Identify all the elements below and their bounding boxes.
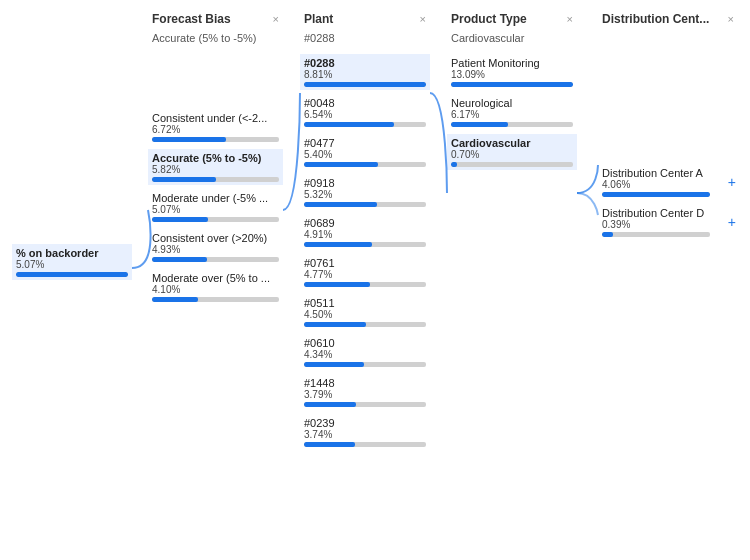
product-item-2-label: Cardiovascular — [451, 137, 573, 149]
forecast-close-icon[interactable]: × — [273, 13, 279, 25]
forecast-title: Forecast Bias — [152, 12, 231, 26]
forecast-bar-fill-0 — [152, 137, 226, 142]
plant-bar-track-9 — [304, 442, 426, 447]
dist-item-1-label: Distribution Center D — [602, 207, 710, 219]
plant-item-5-label: #0761 — [304, 257, 426, 269]
forecast-item-4-label: Moderate over (5% to ... — [152, 272, 279, 284]
plant-item-6[interactable]: #0511 4.50% — [300, 294, 430, 330]
forecast-item-0[interactable]: Consistent under (<-2... 6.72% — [148, 109, 283, 145]
plant-bar-track-5 — [304, 282, 426, 287]
plant-bar-fill-0 — [304, 82, 426, 87]
forecast-item-2-label: Moderate under (-5% ... — [152, 192, 279, 204]
dist-items: Distribution Center A 4.06% + Distributi… — [598, 160, 738, 244]
plant-item-7-label: #0610 — [304, 337, 426, 349]
dist-header: Distribution Cent... × — [598, 0, 738, 32]
plant-bar-track-2 — [304, 162, 426, 167]
sankey-chart: % on backorder 5.07% Forecast Bias × Acc… — [0, 0, 750, 560]
forecast-item-4-pct: 4.10% — [152, 284, 279, 295]
plant-item-0-pct: 8.81% — [304, 69, 426, 80]
dist-item-0-label: Distribution Center A — [602, 167, 710, 179]
plant-column: Plant × #0288 #0288 8.81% #0048 6.54% #0… — [300, 0, 430, 454]
plant-close-icon[interactable]: × — [420, 13, 426, 25]
plant-item-9-label: #0239 — [304, 417, 426, 429]
plant-item-5-pct: 4.77% — [304, 269, 426, 280]
plant-bar-track-7 — [304, 362, 426, 367]
plant-item-6-label: #0511 — [304, 297, 426, 309]
plant-item-0-label: #0288 — [304, 57, 426, 69]
plant-bar-track-6 — [304, 322, 426, 327]
plant-bar-fill-2 — [304, 162, 378, 167]
forecast-item-3-pct: 4.93% — [152, 244, 279, 255]
product-item-2[interactable]: Cardiovascular 0.70% — [447, 134, 577, 170]
forecast-item-1[interactable]: Accurate (5% to -5%) 5.82% — [148, 149, 283, 185]
dist-close-icon[interactable]: × — [728, 13, 734, 25]
dist-item-1-pct: 0.39% — [602, 219, 710, 230]
product-bar-fill-2 — [451, 162, 457, 167]
plant-item-7[interactable]: #0610 4.34% — [300, 334, 430, 370]
dist-title: Distribution Cent... — [602, 12, 709, 26]
plant-bar-track-3 — [304, 202, 426, 207]
forecast-item-4[interactable]: Moderate over (5% to ... 4.10% — [148, 269, 283, 305]
plant-item-2[interactable]: #0477 5.40% — [300, 134, 430, 170]
product-item-1[interactable]: Neurological 6.17% — [447, 94, 577, 130]
plant-bar-track-1 — [304, 122, 426, 127]
forecast-bar-fill-4 — [152, 297, 198, 302]
plant-item-8[interactable]: #1448 3.79% — [300, 374, 430, 410]
forecast-bar-fill-3 — [152, 257, 207, 262]
root-column: % on backorder 5.07% — [12, 240, 132, 284]
forecast-item-1-label: Accurate (5% to -5%) — [152, 152, 279, 164]
plant-subtitle: #0288 — [300, 32, 430, 50]
forecast-item-1-pct: 5.82% — [152, 164, 279, 175]
plant-items: #0288 8.81% #0048 6.54% #0477 5.40% — [300, 50, 430, 454]
product-column: Product Type × Cardiovascular Patient Mo… — [447, 0, 577, 174]
product-items: Patient Monitoring 13.09% Neurological 6… — [447, 50, 577, 174]
forecast-item-2-pct: 5.07% — [152, 204, 279, 215]
root-item-pct: 5.07% — [16, 259, 128, 270]
dist-item-1-plus[interactable]: + — [728, 214, 736, 230]
plant-item-5[interactable]: #0761 4.77% — [300, 254, 430, 290]
product-item-0-label: Patient Monitoring — [451, 57, 573, 69]
forecast-item-0-label: Consistent under (<-2... — [152, 112, 279, 124]
forecast-item-3[interactable]: Consistent over (>20%) 4.93% — [148, 229, 283, 265]
product-item-0[interactable]: Patient Monitoring 13.09% — [447, 54, 577, 90]
dist-bar-track-1 — [602, 232, 710, 237]
product-item-1-label: Neurological — [451, 97, 573, 109]
product-bar-track-2 — [451, 162, 573, 167]
plant-item-0[interactable]: #0288 8.81% — [300, 54, 430, 90]
dist-item-0-plus[interactable]: + — [728, 174, 736, 190]
forecast-item-2[interactable]: Moderate under (-5% ... 5.07% — [148, 189, 283, 225]
plant-item-1-label: #0048 — [304, 97, 426, 109]
plant-item-1[interactable]: #0048 6.54% — [300, 94, 430, 130]
forecast-subtitle: Accurate (5% to -5%) — [148, 32, 283, 50]
root-items: % on backorder 5.07% — [12, 240, 132, 284]
plant-item-8-label: #1448 — [304, 377, 426, 389]
product-subtitle: Cardiovascular — [447, 32, 577, 50]
root-bar-track — [16, 272, 128, 277]
plant-header: Plant × — [300, 0, 430, 32]
dist-item-0[interactable]: Distribution Center A 4.06% + — [598, 164, 738, 200]
dist-bar-fill-0 — [602, 192, 710, 197]
root-item-label: % on backorder — [16, 247, 128, 259]
plant-bar-fill-4 — [304, 242, 372, 247]
product-close-icon[interactable]: × — [567, 13, 573, 25]
product-header: Product Type × — [447, 0, 577, 32]
plant-item-3-pct: 5.32% — [304, 189, 426, 200]
forecast-bar-track-1 — [152, 177, 279, 182]
plant-bar-track-8 — [304, 402, 426, 407]
forecast-bar-fill-1 — [152, 177, 216, 182]
plant-item-3[interactable]: #0918 5.32% — [300, 174, 430, 210]
dist-item-1[interactable]: Distribution Center D 0.39% + — [598, 204, 738, 240]
forecast-item-3-label: Consistent over (>20%) — [152, 232, 279, 244]
plant-item-1-pct: 6.54% — [304, 109, 426, 120]
product-item-1-pct: 6.17% — [451, 109, 573, 120]
product-bar-fill-1 — [451, 122, 508, 127]
root-item[interactable]: % on backorder 5.07% — [12, 244, 132, 280]
plant-bar-fill-5 — [304, 282, 370, 287]
forecast-column: Forecast Bias × Accurate (5% to -5%) Con… — [148, 0, 283, 309]
plant-item-9[interactable]: #0239 3.74% — [300, 414, 430, 450]
plant-item-4[interactable]: #0689 4.91% — [300, 214, 430, 250]
plant-item-7-pct: 4.34% — [304, 349, 426, 360]
dist-bar-track-0 — [602, 192, 710, 197]
forecast-header: Forecast Bias × — [148, 0, 283, 32]
plant-item-6-pct: 4.50% — [304, 309, 426, 320]
